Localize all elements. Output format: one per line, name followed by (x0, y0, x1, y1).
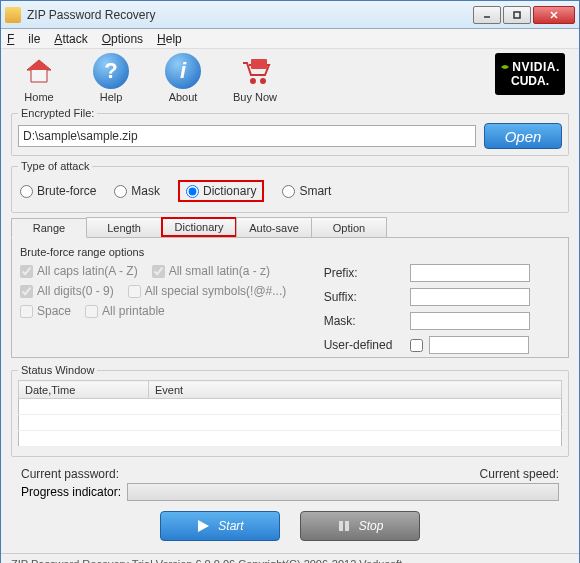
prefix-input[interactable] (410, 264, 530, 282)
menu-file[interactable]: File (7, 32, 40, 46)
cuda-badge: NVIDIA. CUDA. (495, 53, 565, 95)
toolbar: Home ? Help i About Buy Now (11, 53, 569, 107)
tab-option[interactable]: Option (311, 217, 387, 237)
file-path-input[interactable] (18, 125, 476, 147)
table-row (19, 399, 562, 415)
chk-digits[interactable]: All digits(0 - 9) (20, 284, 114, 298)
menubar: File Attack Options Help (1, 29, 579, 49)
menu-options[interactable]: Options (102, 32, 143, 46)
status-legend: Status Window (18, 364, 97, 376)
col-datetime[interactable]: Date,Time (19, 381, 149, 399)
maximize-button[interactable] (503, 6, 531, 24)
options-tabs: Range Length Dictionary Auto-save Option… (11, 217, 569, 358)
current-speed-label: Current speed: (480, 467, 559, 481)
window-title: ZIP Password Recovery (27, 8, 473, 22)
toolbar-home-label: Home (24, 91, 53, 103)
svg-rect-11 (345, 521, 349, 531)
progress-labels: Current password: Current speed: (11, 461, 569, 483)
toolbar-buynow-label: Buy Now (233, 91, 277, 103)
progress-bar (127, 483, 559, 501)
toolbar-buynow[interactable]: Buy Now (231, 53, 279, 103)
titlebar: ZIP Password Recovery (1, 1, 579, 29)
suffix-label: Suffix: (324, 290, 404, 304)
mask-input[interactable] (410, 312, 530, 330)
encrypted-file-group: Encrypted File: Open (11, 107, 569, 156)
prefix-label: Prefix: (324, 266, 404, 280)
tab-length[interactable]: Length (86, 217, 162, 237)
pause-icon (337, 519, 351, 533)
chk-small[interactable]: All small latin(a - z) (152, 264, 270, 278)
radio-dictionary[interactable]: Dictionary (178, 180, 264, 202)
tab-panel-range: Brute-force range options All caps latin… (11, 238, 569, 358)
svg-point-7 (260, 78, 266, 84)
toolbar-help[interactable]: ? Help (87, 53, 135, 103)
userdef-label: User-defined (324, 338, 404, 352)
toolbar-about[interactable]: i About (159, 53, 207, 103)
svg-point-6 (250, 78, 256, 84)
footer: ZIP Password Recovery Trial,Version 6.0.… (1, 553, 579, 563)
tab-range[interactable]: Range (11, 218, 87, 238)
userdef-checkbox[interactable] (410, 339, 423, 352)
col-event[interactable]: Event (149, 381, 562, 399)
close-button[interactable] (533, 6, 575, 24)
svg-rect-8 (251, 59, 267, 69)
app-window: ZIP Password Recovery File Attack Option… (0, 0, 580, 563)
menu-attack[interactable]: Attack (54, 32, 87, 46)
chk-printable[interactable]: All printable (85, 304, 165, 318)
svg-marker-5 (27, 60, 51, 70)
attack-type-legend: Type of attack (18, 160, 92, 172)
app-icon (5, 7, 21, 23)
tab-dictionary[interactable]: Dictionary (161, 217, 237, 237)
toolbar-about-label: About (169, 91, 198, 103)
status-table: Date,Time Event (18, 380, 562, 447)
open-button[interactable]: Open (484, 123, 562, 149)
userdef-input[interactable] (429, 336, 529, 354)
radio-bruteforce[interactable]: Brute-force (20, 184, 96, 198)
svg-marker-9 (198, 520, 209, 532)
menu-help[interactable]: Help (157, 32, 182, 46)
svg-rect-1 (514, 12, 520, 18)
range-legend: Brute-force range options (20, 246, 560, 258)
encrypted-file-legend: Encrypted File: (18, 107, 97, 119)
progress-indicator-label: Progress indicator: (21, 485, 121, 499)
start-button[interactable]: Start (160, 511, 280, 541)
cart-icon (237, 53, 273, 89)
play-icon (196, 519, 210, 533)
current-password-label: Current password: (21, 467, 119, 481)
toolbar-help-label: Help (100, 91, 123, 103)
suffix-input[interactable] (410, 288, 530, 306)
mask-label: Mask: (324, 314, 404, 328)
home-icon (21, 53, 57, 89)
table-row (19, 431, 562, 447)
status-window-group: Status Window Date,Time Event (11, 364, 569, 457)
attack-type-group: Type of attack Brute-force Mask Dictiona… (11, 160, 569, 213)
radio-smart[interactable]: Smart (282, 184, 331, 198)
svg-rect-10 (339, 521, 343, 531)
radio-mask[interactable]: Mask (114, 184, 160, 198)
chk-space[interactable]: Space (20, 304, 71, 318)
chk-caps[interactable]: All caps latin(A - Z) (20, 264, 138, 278)
help-icon: ? (93, 53, 129, 89)
minimize-button[interactable] (473, 6, 501, 24)
table-row (19, 415, 562, 431)
stop-button[interactable]: Stop (300, 511, 420, 541)
toolbar-home[interactable]: Home (15, 53, 63, 103)
tab-autosave[interactable]: Auto-save (236, 217, 312, 237)
info-icon: i (165, 53, 201, 89)
chk-special[interactable]: All special symbols(!@#...) (128, 284, 287, 298)
